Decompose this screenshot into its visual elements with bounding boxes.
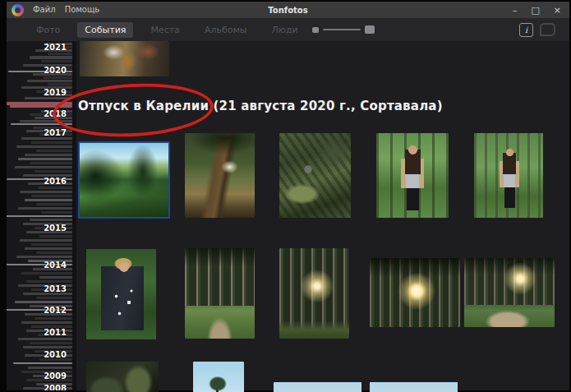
toolbar: ФотоСобытияМестаАльбомыЛюди i <box>7 18 569 41</box>
timeline-histogram-bar <box>31 141 72 144</box>
timeline-histogram-bar <box>25 247 72 250</box>
timeline-histogram-bar <box>36 297 72 299</box>
timeline-histogram-bar <box>30 56 72 59</box>
timeline-year-2020[interactable]: 2020 <box>44 66 67 75</box>
timeline-histogram-bar <box>21 137 72 140</box>
timeline-year-2009[interactable]: 2009 <box>44 371 67 380</box>
timeline-histogram-bar <box>13 362 72 364</box>
timeline-histogram-bar <box>30 162 72 164</box>
window-controls: –□× <box>513 2 561 18</box>
timeline-histogram-bar <box>48 83 72 85</box>
titlebar: ФайлПомощь Tonfotos –□× <box>7 2 569 18</box>
tab-albums[interactable]: Альбомы <box>197 22 255 38</box>
timeline-histogram-bar <box>30 342 72 344</box>
minimize-button[interactable]: – <box>513 6 518 15</box>
timeline-histogram-bar <box>31 195 72 197</box>
photo-thumbnail-pines-sunglow[interactable] <box>279 248 349 339</box>
photo-thumbnail-girl-forest-2[interactable] <box>474 133 543 218</box>
photo-thumbnail-dark-rocks[interactable] <box>86 362 159 392</box>
tab-photos[interactable]: Фото <box>29 22 67 38</box>
photo-thumbnail-sunburst[interactable] <box>370 258 460 327</box>
timeline-histogram-bar <box>36 251 72 254</box>
app-logo-icon <box>12 4 24 16</box>
timeline-histogram-bar <box>25 154 72 156</box>
maximize-button[interactable]: □ <box>531 6 539 15</box>
photo-thumbnail-girl-forest-1[interactable] <box>376 133 449 218</box>
slider-track[interactable] <box>323 29 361 30</box>
timeline-year-2010[interactable]: 2010 <box>44 350 67 359</box>
timeline-year-2016[interactable]: 2016 <box>44 177 67 186</box>
timeline-histogram-bar <box>15 301 72 303</box>
timeline-histogram-bar <box>36 150 72 152</box>
timeline-histogram-bar <box>36 203 72 205</box>
timeline-year-2021[interactable]: 2021 <box>44 43 67 52</box>
timeline-histogram-bar <box>7 215 72 217</box>
timeline-year-2014[interactable]: 2014 <box>44 261 67 270</box>
info-button[interactable]: i <box>519 23 533 37</box>
timeline-histogram-bar <box>43 76 72 79</box>
tab-places[interactable]: Места <box>143 22 186 38</box>
photo-thumbnail-mossy-ground[interactable] <box>279 133 351 218</box>
timeline-histogram-bar <box>27 80 72 82</box>
timeline-histogram-bar <box>15 166 72 168</box>
timeline-histogram-bar <box>16 145 72 148</box>
photo-thumbnail-big-tree[interactable] <box>185 133 255 218</box>
timeline-histogram-bar <box>18 338 72 340</box>
timeline-histogram-bar <box>39 276 72 279</box>
timeline-year-2015[interactable]: 2015 <box>44 224 67 233</box>
timeline-sidebar[interactable]: 2021202020192018201720162015201420132012… <box>7 41 72 390</box>
timeline-year-2008[interactable]: 2008 <box>44 384 67 390</box>
timeline-year-2019[interactable]: 2019 <box>44 88 67 97</box>
timeline-histogram-bar <box>35 317 72 320</box>
timeline-histogram-bar <box>20 191 72 193</box>
timeline-histogram-bar <box>35 170 72 173</box>
timeline-histogram-bar <box>23 346 72 348</box>
timeline-year-2013[interactable]: 2013 <box>44 284 67 293</box>
menu-help[interactable]: Помощь <box>65 2 100 18</box>
photo-thumbnail-forest-path[interactable] <box>185 248 255 339</box>
photo-thumbnail-pale-sky-2[interactable] <box>370 382 458 392</box>
photo-thumbnail-woman-floral[interactable] <box>86 249 156 339</box>
menu-file[interactable]: Файл <box>33 2 56 18</box>
timeline-year-2017[interactable]: 2017 <box>44 128 67 137</box>
timeline-histogram-bar <box>39 235 72 238</box>
timeline-histogram-bar <box>41 211 72 214</box>
photo-thumbnail-lake-island[interactable] <box>193 362 244 392</box>
close-button[interactable]: × <box>554 6 561 15</box>
photo-thumbnail-meadow[interactable] <box>78 141 170 219</box>
timeline-histogram-bar <box>21 321 72 324</box>
large-thumbnail-icon <box>365 25 375 34</box>
toolbar-right: i <box>519 18 555 41</box>
thumbnail-size-slider[interactable] <box>312 18 375 41</box>
timeline-year-2011[interactable]: 2011 <box>44 328 67 337</box>
feedback-chat-icon[interactable] <box>540 23 555 36</box>
timeline-histogram-bar <box>16 256 72 258</box>
timeline-histogram-bar <box>18 207 72 210</box>
tab-people[interactable]: Люди <box>264 22 305 38</box>
timeline-histogram-bar <box>21 272 72 274</box>
photo-thumbnail-dinner-table[interactable] <box>80 41 169 76</box>
menubar: ФайлПомощь <box>24 2 99 18</box>
timeline-histogram-bar <box>41 60 72 62</box>
tab-events[interactable]: События <box>77 22 133 38</box>
timeline-histogram-bar <box>26 280 72 283</box>
timeline-histogram-bar <box>38 187 72 189</box>
view-tabs: ФотоСобытияМестаАльбомыЛюди <box>29 18 306 41</box>
timeline-histogram-bar <box>28 367 72 369</box>
timeline-histogram-bar <box>31 243 72 246</box>
timeline-histogram-bar <box>48 53 72 55</box>
timeline-histogram-bar <box>18 158 72 160</box>
timeline-year-2012[interactable]: 2012 <box>44 306 67 315</box>
photo-thumbnail-pale-sky-1[interactable] <box>274 382 361 392</box>
app-window: ФайлПомощь Tonfotos –□× ФотоСобытияМеста… <box>0 0 571 392</box>
timeline-histogram-bar <box>20 239 72 242</box>
photo-thumbnail-clearing-path[interactable] <box>464 258 555 327</box>
timeline-histogram-bar <box>25 199 72 201</box>
small-thumbnail-icon <box>312 27 319 33</box>
timeline-histogram-bar <box>30 219 72 221</box>
